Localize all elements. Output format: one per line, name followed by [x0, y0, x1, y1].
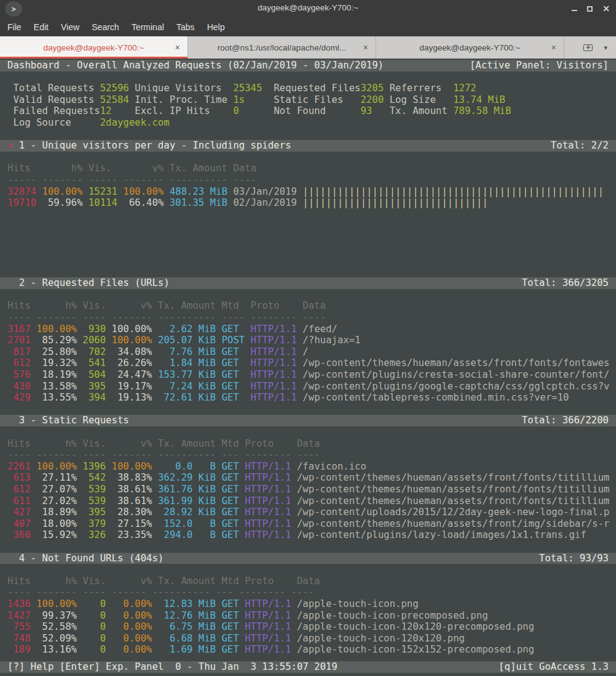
menu-item-edit[interactable]: Edit — [34, 22, 49, 32]
summary-value: 52584 — [100, 94, 134, 105]
table-row: 407 18.00% 379 27.15% 152.0 B GET HTTP/1… — [0, 518, 616, 530]
terminal-line — [0, 220, 616, 232]
status-right: [q]uit GoAccess 1.3 — [499, 661, 609, 673]
cell-method: GET — [221, 507, 239, 518]
cell-visitors-percent: 100.00% — [112, 335, 152, 346]
new-tab-icon[interactable]: + — [583, 44, 593, 51]
panel-header-4: 4 - Not Found URLs (404s)Total: 93/93 — [0, 553, 616, 564]
cell-method: GET — [221, 357, 245, 369]
maximize-button[interactable] — [587, 6, 593, 12]
cell-hits: 1436 — [7, 598, 31, 609]
bar-chart: ||||||||||||||||||||||||||||||||||||||||… — [303, 186, 604, 197]
tab-close-icon[interactable]: × — [551, 43, 556, 52]
menu-item-tabs[interactable]: Tabs — [176, 22, 195, 32]
dashboard-header: Dashboard - Overall Analyzed Requests (0… — [0, 60, 616, 71]
window-title: daygeek@daygeek-Y700:~ — [0, 0, 616, 17]
cell-hits: 360 — [7, 529, 31, 540]
panel-header-4-title: 4 - Not Found URLs (404s) — [7, 553, 164, 564]
menu-item-file[interactable]: File — [7, 22, 22, 32]
table-row: 360 15.92% 326 23.35% 294.0 B GET HTTP/1… — [0, 529, 616, 541]
table-row: 611 27.02% 539 38.61% 361.99 KiB GET HTT… — [0, 495, 616, 507]
cell-visitors-percent: 0.00% — [112, 633, 152, 644]
cell-hits-percent: 52.09% — [36, 633, 77, 644]
cell-method: GET — [221, 518, 239, 529]
summary-row: Valid Requests 52584 Init. Proc. Time 1s… — [0, 94, 616, 106]
cell-tx-amount: 362.29 KiB — [158, 472, 216, 483]
menu-item-terminal[interactable]: Terminal — [131, 22, 164, 32]
cell-tx-amount: 2.62 MiB — [158, 324, 216, 335]
table-row: 576 18.19% 504 24.47% 153.77 KiB GET HTT… — [0, 369, 616, 381]
cell-hits: 429 — [7, 392, 31, 403]
cell-tx-amount: 301.35 MiB — [170, 197, 228, 208]
cell-visitors: 539 — [83, 484, 106, 495]
table-row: 189 13.16% 0 0.00% 1.69 MiB GET HTTP/1.1… — [0, 644, 616, 656]
bar-chart: |||||||||||||||||||||||||||||||| — [303, 197, 488, 208]
cell-visitors-percent: 28.30% — [112, 507, 152, 518]
column-headers: Hits h% Vis. v% Tx. Amount Mtd Proto Dat… — [0, 438, 616, 450]
cell-visitors: 10114 — [88, 197, 117, 208]
cell-visitors: 930 — [83, 324, 106, 335]
cell-visitors: 539 — [83, 495, 106, 507]
table-row: 2701 85.29% 2060 100.00% 205.07 KiB POST… — [0, 335, 616, 346]
cell-method: GET — [221, 392, 245, 403]
cell-hits: 189 — [7, 644, 31, 655]
title-bar[interactable]: > daygeek@daygeek-Y700:~ ✕ — [0, 0, 616, 17]
terminal[interactable]: Dashboard - Overall Analyzed Requests (0… — [0, 59, 616, 676]
table-row: 429 13.55% 394 19.13% 72.61 KiB GET HTTP… — [0, 392, 616, 404]
tab-1[interactable]: daygeek@daygeek-Y700:~× — [0, 36, 188, 59]
cell-data: / — [303, 346, 308, 357]
summary-value: 0 — [233, 105, 274, 116]
cell-method: GET — [221, 610, 239, 621]
cell-hits: 748 — [7, 633, 31, 644]
summary-value: 52596 — [100, 83, 134, 94]
cell-hits-percent: 18.89% — [36, 507, 77, 518]
tab-2[interactable]: root@ns1:/usr/local/apache/doml...× — [188, 36, 376, 59]
cell-visitors-percent: 100.00% — [112, 324, 152, 335]
table-row: 1427 99.37% 0 0.00% 12.76 MiB GET HTTP/1… — [0, 610, 616, 622]
cell-data: /apple-touch-icon-precomposed.png — [297, 610, 488, 621]
table-row: 755 52.58% 0 0.00% 6.75 MiB GET HTTP/1.1… — [0, 621, 616, 633]
panel-header-2: 2 - Requested Files (URLs)Total: 366/320… — [0, 277, 616, 289]
tab-label: daygeek@daygeek-Y700:~ — [419, 43, 520, 52]
tab-close-icon[interactable]: × — [363, 43, 368, 52]
cell-hits: 755 — [7, 621, 31, 632]
column-header-text: Hits h% Vis. v% Tx. Amount Mtd Proto Dat… — [7, 576, 320, 587]
minimize-button[interactable] — [572, 6, 577, 11]
terminal-line — [0, 232, 616, 243]
summary-label: Tx. Amount — [390, 105, 453, 116]
cell-visitors-percent: 24.47% — [112, 369, 152, 380]
summary-label: Referrers — [390, 83, 453, 94]
cell-tx-amount: 6.68 MiB — [158, 633, 216, 644]
cell-tx-amount: 153.77 KiB — [158, 369, 216, 380]
tab-list-dropdown-icon[interactable]: ▾ — [604, 44, 607, 52]
cell-data: 03/Jan/2019 — [233, 186, 297, 197]
menu-item-help[interactable]: Help — [207, 22, 225, 32]
cell-data: /favicon.ico — [297, 461, 366, 472]
cell-tx-amount: 205.07 KiB — [158, 335, 216, 346]
panel-header-1: > 1 - Unique visitors per day - Includin… — [0, 140, 616, 152]
cell-hits: 3167 — [7, 324, 31, 335]
tab-close-icon[interactable]: × — [175, 43, 180, 52]
menu-item-search[interactable]: Search — [92, 22, 119, 32]
tab-bar: daygeek@daygeek-Y700:~×root@ns1:/usr/loc… — [0, 36, 616, 59]
cell-protocol: HTTP/1.1 — [245, 518, 291, 529]
panel-header-3-title: 3 - Static Requests — [7, 415, 129, 426]
cell-hits-percent: 85.29% — [36, 335, 77, 346]
close-button[interactable]: ✕ — [602, 4, 610, 13]
summary-value: 1272 — [453, 83, 477, 94]
table-row: 32874 100.00% 15231 100.00% 488.23 MiB 0… — [0, 186, 616, 198]
cell-visitors-percent: 38.83% — [112, 472, 152, 483]
menu-item-view[interactable]: View — [61, 22, 80, 32]
cell-visitors: 504 — [83, 369, 106, 380]
separator-row: ---- ------- ---- ------ ---------- --- … — [0, 587, 616, 598]
separator-text: ----- ------- ----- ------- ---------- -… — [7, 174, 257, 185]
cell-tx-amount: 7.24 KiB — [158, 381, 216, 392]
cell-protocol: HTTP/1.1 — [250, 381, 297, 392]
separator-text: ---- ------- ---- ------- ---------- ---… — [7, 312, 326, 323]
terminal-line — [0, 266, 616, 278]
cell-visitors: 15231 — [88, 186, 117, 197]
summary-value: 25345 — [233, 83, 274, 94]
cell-method: GET — [221, 346, 245, 357]
tab-3[interactable]: daygeek@daygeek-Y700:~× — [376, 36, 564, 59]
cell-visitors-percent: 38.61% — [112, 495, 152, 507]
